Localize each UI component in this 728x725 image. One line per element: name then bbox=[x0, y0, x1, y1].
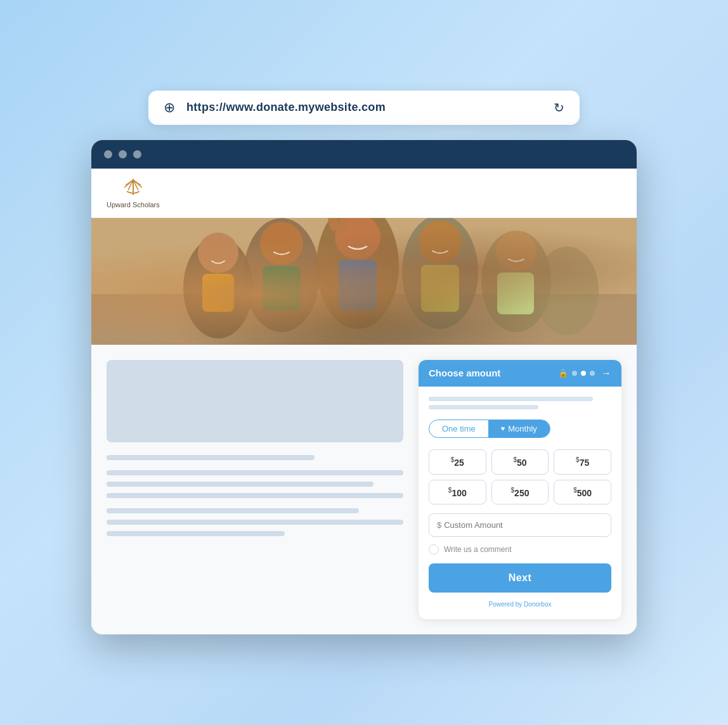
svg-point-4 bbox=[316, 218, 399, 329]
header-icons: 🔒 → bbox=[558, 368, 611, 379]
heart-icon: ♥ bbox=[501, 425, 505, 432]
svg-rect-17 bbox=[497, 273, 534, 314]
monthly-label: Monthly bbox=[508, 424, 537, 433]
logo-text: Upward Scholars bbox=[107, 201, 160, 209]
widget-header: Choose amount 🔒 → bbox=[419, 360, 621, 387]
refresh-icon[interactable]: ↻ bbox=[554, 100, 564, 115]
step-dot-1 bbox=[572, 371, 577, 376]
content-area: Choose amount 🔒 → bbox=[91, 345, 637, 634]
comment-row[interactable]: Write us a comment bbox=[429, 544, 611, 555]
left-column bbox=[107, 360, 419, 619]
content-line-1 bbox=[107, 455, 315, 460]
custom-amount-wrapper: $ bbox=[429, 513, 611, 537]
next-arrow-icon: → bbox=[601, 368, 611, 379]
content-line-3 bbox=[107, 482, 374, 487]
svg-point-9 bbox=[260, 222, 303, 265]
powered-by-link[interactable]: Powered by Donorbox bbox=[489, 601, 552, 608]
content-line-6 bbox=[107, 520, 403, 525]
powered-by: Powered by Donorbox bbox=[429, 598, 611, 609]
amount-btn-25[interactable]: $25 bbox=[429, 449, 486, 475]
window-dot-3 bbox=[133, 150, 141, 158]
svg-point-10 bbox=[335, 218, 380, 260]
window-dot-1 bbox=[104, 150, 112, 158]
amount-btn-500[interactable]: $500 bbox=[554, 480, 611, 505]
step-dot-2 bbox=[581, 371, 586, 376]
svg-rect-15 bbox=[339, 260, 377, 311]
svg-point-5 bbox=[402, 218, 478, 329]
svg-rect-14 bbox=[263, 266, 301, 311]
svg-rect-0 bbox=[91, 218, 637, 345]
window-dot-2 bbox=[119, 150, 127, 158]
title-bar bbox=[91, 140, 637, 169]
svg-rect-16 bbox=[421, 265, 459, 312]
amount-btn-250[interactable]: $250 bbox=[491, 480, 549, 505]
content-line-7 bbox=[107, 531, 285, 536]
svg-point-8 bbox=[198, 233, 238, 273]
subtitle-line-2 bbox=[429, 405, 538, 409]
comment-checkbox[interactable] bbox=[429, 544, 439, 555]
svg-point-11 bbox=[419, 221, 462, 264]
svg-point-3 bbox=[244, 218, 320, 332]
svg-point-7 bbox=[535, 247, 599, 335]
currency-symbol: $ bbox=[437, 520, 441, 530]
url-bar: https://www.donate.mywebsite.com bbox=[186, 101, 542, 114]
svg-point-6 bbox=[481, 231, 551, 332]
amount-btn-100[interactable]: $100 bbox=[429, 480, 486, 505]
content-line-5 bbox=[107, 508, 359, 513]
donation-widget: Choose amount 🔒 → bbox=[419, 360, 621, 619]
frequency-toggle: One time ♥ Monthly bbox=[429, 420, 550, 438]
next-button[interactable]: Next bbox=[429, 563, 611, 593]
widget-body: One time ♥ Monthly $25 $50 $75 $100 bbox=[419, 387, 621, 619]
subtitle-lines bbox=[429, 397, 611, 409]
custom-amount-input[interactable] bbox=[444, 520, 603, 530]
hero-image bbox=[91, 218, 637, 345]
content-line-2 bbox=[107, 470, 403, 475]
svg-point-2 bbox=[183, 237, 253, 338]
new-tab-icon[interactable]: ⊕ bbox=[164, 99, 175, 116]
content-line-4 bbox=[107, 493, 403, 498]
browser-window: Upward Scholars bbox=[91, 140, 637, 634]
subtitle-line-1 bbox=[429, 397, 593, 401]
svg-point-12 bbox=[496, 231, 536, 271]
widget-title: Choose amount bbox=[429, 368, 553, 378]
browser-bar: ⊕ https://www.donate.mywebsite.com ↻ bbox=[148, 91, 580, 125]
logo-area: Upward Scholars bbox=[107, 177, 160, 209]
logo-icon bbox=[122, 177, 145, 200]
amount-btn-50[interactable]: $50 bbox=[491, 449, 549, 475]
site-header: Upward Scholars bbox=[91, 169, 637, 218]
svg-rect-1 bbox=[91, 294, 637, 345]
lock-icon: 🔒 bbox=[558, 368, 568, 378]
comment-label: Write us a comment bbox=[444, 545, 511, 554]
amount-grid: $25 $50 $75 $100 $250 $500 bbox=[429, 449, 611, 504]
content-image-placeholder bbox=[107, 360, 403, 442]
step-dot-3 bbox=[590, 371, 595, 376]
svg-rect-13 bbox=[202, 274, 234, 312]
one-time-button[interactable]: One time bbox=[429, 420, 488, 437]
monthly-button[interactable]: ♥ Monthly bbox=[488, 420, 550, 437]
amount-btn-75[interactable]: $75 bbox=[554, 449, 611, 475]
widget-container: Choose amount 🔒 → bbox=[419, 360, 621, 619]
